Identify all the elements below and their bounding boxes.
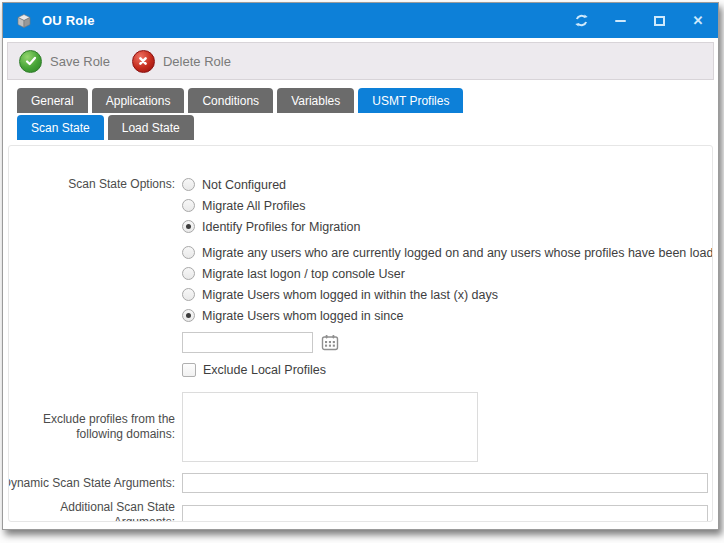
save-check-icon: [19, 50, 42, 73]
delete-x-icon: [132, 50, 155, 73]
additional-scan-state-arguments-input[interactable]: [182, 505, 708, 522]
tab-general[interactable]: General: [17, 88, 88, 113]
toolbar: Save Role Delete Role: [7, 42, 714, 80]
logged-in-since-row: [182, 332, 713, 353]
main-tabs: General Applications Conditions Variable…: [3, 82, 718, 113]
exclude-domains-textarea[interactable]: [182, 392, 478, 462]
calendar-icon[interactable]: [321, 334, 339, 351]
minimize-button[interactable]: [612, 13, 628, 29]
radio-not-configured[interactable]: Not Configured: [182, 174, 713, 195]
subtab-scan-state[interactable]: Scan State: [17, 115, 104, 140]
exclude-local-profiles-option[interactable]: Exclude Local Profiles: [182, 361, 713, 379]
window-title: OU Role: [42, 13, 95, 28]
radio-icon: [182, 199, 195, 212]
save-role-button[interactable]: Save Role: [19, 50, 110, 73]
additional-args-label: Additional Scan State Arguments:: [9, 500, 175, 522]
scan-state-options-row: Scan State Options: Not Configured Migra…: [9, 174, 712, 379]
exclude-domains-label: Exclude profiles from the following doma…: [9, 412, 175, 442]
radio-icon: [182, 178, 195, 191]
additional-args-row: Additional Scan State Arguments:: [9, 500, 712, 522]
app-cube-icon: [15, 12, 33, 30]
dynamic-args-row: Dynamic Scan State Arguments:: [9, 473, 712, 493]
delete-role-button[interactable]: Delete Role: [132, 50, 231, 73]
ou-role-dialog: OU Role ✕: [2, 2, 719, 530]
subtab-load-state[interactable]: Load State: [108, 115, 194, 140]
scan-state-options-field: Not Configured Migrate All Profiles Iden…: [182, 174, 713, 379]
delete-role-label: Delete Role: [163, 54, 231, 69]
radio-migrate-all-profiles[interactable]: Migrate All Profiles: [182, 195, 713, 216]
refresh-icon[interactable]: [573, 13, 589, 29]
radio-icon: [182, 246, 195, 259]
radio-migrate-last-logon[interactable]: Migrate last logon / top console User: [182, 263, 713, 284]
radio-migrate-last-x-days[interactable]: Migrate Users whom logged in within the …: [182, 284, 713, 305]
sub-tabs: Scan State Load State: [3, 113, 718, 140]
close-button[interactable]: ✕: [690, 13, 706, 29]
tab-applications[interactable]: Applications: [92, 88, 185, 113]
exclude-domains-row: Exclude profiles from the following doma…: [9, 392, 712, 462]
radio-icon: [182, 288, 195, 301]
screen: OU Role ✕: [0, 0, 724, 543]
logged-in-since-date-input[interactable]: [182, 332, 313, 353]
radio-migrate-since[interactable]: Migrate Users whom logged in since: [182, 305, 713, 326]
dynamic-args-label: Dynamic Scan State Arguments:: [9, 476, 175, 491]
tab-variables[interactable]: Variables: [277, 88, 354, 113]
radio-icon: [182, 220, 195, 233]
maximize-button[interactable]: [651, 13, 667, 29]
radio-identify-profiles[interactable]: Identify Profiles for Migration: [182, 216, 713, 237]
tab-usmt-profiles[interactable]: USMT Profiles: [358, 88, 463, 113]
window-controls: ✕: [573, 13, 706, 29]
tab-conditions[interactable]: Conditions: [188, 88, 273, 113]
radio-icon: [182, 267, 195, 280]
scan-state-options-label: Scan State Options:: [9, 174, 175, 379]
radio-icon: [182, 309, 195, 322]
title-bar: OU Role ✕: [3, 3, 718, 38]
scan-state-panel: Scan State Options: Not Configured Migra…: [8, 145, 713, 522]
dynamic-scan-state-arguments-input[interactable]: [182, 473, 708, 493]
exclude-local-profiles-checkbox[interactable]: [182, 363, 196, 377]
save-role-label: Save Role: [50, 54, 110, 69]
toolbar-wrap: Save Role Delete Role: [3, 38, 718, 82]
radio-migrate-logged-on-users[interactable]: Migrate any users who are currently logg…: [182, 242, 713, 263]
